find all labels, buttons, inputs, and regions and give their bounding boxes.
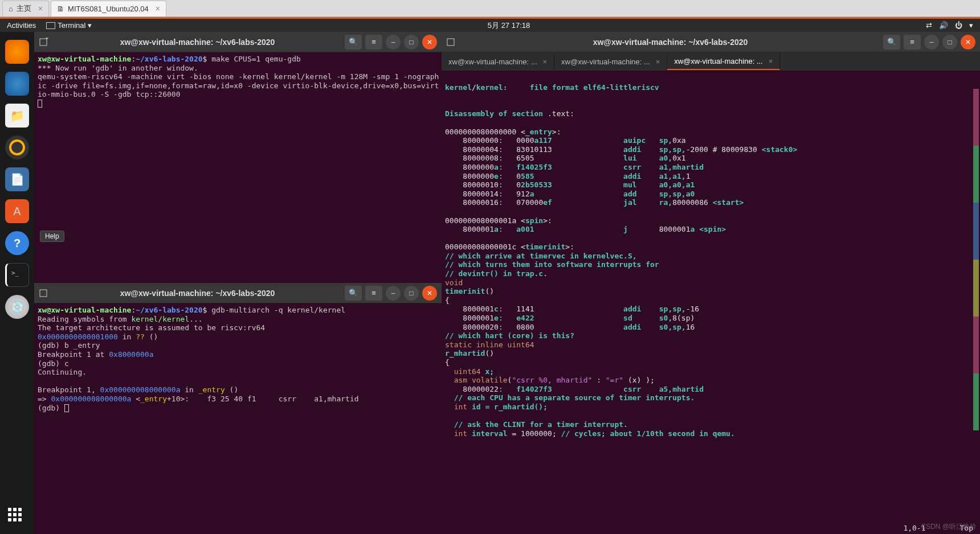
maximize-button[interactable]: □ xyxy=(404,286,419,301)
thunderbird-icon[interactable] xyxy=(5,72,29,96)
libreoffice-writer-icon[interactable]: 📄 xyxy=(5,167,29,191)
chevron-down-icon[interactable]: ▾ xyxy=(969,21,973,30)
search-button[interactable]: 🔍 xyxy=(345,286,362,301)
window-title: xw@xw-virtual-machine: ~/xv6-labs-2020 xyxy=(461,38,880,47)
cursor xyxy=(38,100,42,108)
close-button[interactable]: ✕ xyxy=(422,286,437,301)
new-tab-button[interactable] xyxy=(34,289,54,298)
show-applications-button[interactable] xyxy=(8,508,26,526)
gnome-top-bar: Activities Terminal ▾ 5月 27 17:18 ⇄ 🔊 ⏻ … xyxy=(0,17,980,32)
network-icon[interactable]: ⇄ xyxy=(926,21,932,30)
disc-icon[interactable]: 💿 xyxy=(5,295,29,319)
watermark: CSDN @听江晚吟 xyxy=(921,522,977,532)
close-icon[interactable]: × xyxy=(38,4,43,13)
ubuntu-dock: 📁 📄 A ? 💿 xyxy=(0,32,34,534)
activities-button[interactable]: Activities xyxy=(7,21,36,30)
tab-label: MIT6S081_Ubuntu20.04 xyxy=(68,5,149,13)
svg-rect-1 xyxy=(40,290,47,297)
cursor xyxy=(64,404,69,412)
maximize-button[interactable]: □ xyxy=(942,35,957,50)
search-button[interactable]: 🔍 xyxy=(345,35,362,50)
files-icon[interactable]: 📁 xyxy=(5,104,29,128)
terminal-tabs: xw@xw-virtual-machine: ...× xw@xw-virtua… xyxy=(442,52,980,71)
svg-rect-0 xyxy=(40,39,47,46)
maximize-button[interactable]: □ xyxy=(404,35,419,50)
rhythmbox-icon[interactable] xyxy=(5,135,29,159)
terminal1-titlebar: xw@xw-virtual-machine: ~/xv6-labs-2020 🔍… xyxy=(34,32,442,52)
volume-icon[interactable]: 🔊 xyxy=(939,21,948,30)
window-title: xw@xw-virtual-machine: ~/xv6-labs-2020 xyxy=(54,38,341,47)
terminal-icon[interactable] xyxy=(5,263,29,287)
browser-tab-home[interactable]: ⌂ 主页 × xyxy=(2,1,49,17)
hamburger-menu-button[interactable]: ≡ xyxy=(365,286,382,301)
new-tab-button[interactable] xyxy=(34,38,54,47)
minimize-button[interactable]: – xyxy=(386,35,401,50)
page-icon: 🗎 xyxy=(57,5,64,13)
close-icon[interactable]: × xyxy=(156,4,160,13)
close-button[interactable]: ✕ xyxy=(961,35,975,50)
minimap-overview[interactable] xyxy=(973,89,979,430)
terminal-tab-1[interactable]: xw@xw-virtual-machine: ...× xyxy=(442,54,554,69)
firefox-icon[interactable] xyxy=(5,40,29,64)
ubuntu-software-icon[interactable]: A xyxy=(5,199,29,223)
svg-rect-2 xyxy=(447,39,454,46)
tab-label: 主页 xyxy=(17,3,31,14)
clock[interactable]: 5月 27 17:18 xyxy=(92,20,926,31)
terminal3-body[interactable]: kernel/kernel: file format elf64-littler… xyxy=(442,71,980,534)
home-icon: ⌂ xyxy=(9,5,13,13)
browser-tab-vm[interactable]: 🗎 MIT6S081_Ubuntu20.04 × xyxy=(51,1,166,17)
terminal2-titlebar: xw@xw-virtual-machine: ~/xv6-labs-2020 🔍… xyxy=(34,283,442,303)
window-title: xw@xw-virtual-machine: ~/xv6-labs-2020 xyxy=(54,289,341,298)
minimize-button[interactable]: – xyxy=(924,35,939,50)
terminal-tab-3[interactable]: xw@xw-virtual-machine: ...× xyxy=(667,54,780,70)
close-icon[interactable]: × xyxy=(543,57,548,66)
close-icon[interactable]: × xyxy=(769,57,773,65)
help-icon[interactable]: ? xyxy=(5,231,29,255)
help-tooltip: Help xyxy=(40,231,64,242)
search-button[interactable]: 🔍 xyxy=(883,35,900,50)
hamburger-menu-button[interactable]: ≡ xyxy=(904,35,921,50)
browser-tab-strip: ⌂ 主页 × 🗎 MIT6S081_Ubuntu20.04 × xyxy=(0,0,980,17)
power-icon[interactable]: ⏻ xyxy=(955,21,962,30)
hamburger-menu-button[interactable]: ≡ xyxy=(365,35,382,50)
terminal-tab-2[interactable]: xw@xw-virtual-machine: ...× xyxy=(554,54,667,69)
terminal3-titlebar: xw@xw-virtual-machine: ~/xv6-labs-2020 🔍… xyxy=(442,32,980,52)
terminal-app-menu[interactable]: Terminal ▾ xyxy=(46,21,92,30)
close-button[interactable]: ✕ xyxy=(422,35,437,50)
new-tab-button[interactable] xyxy=(442,38,461,47)
minimize-button[interactable]: – xyxy=(386,286,401,301)
terminal2-body[interactable]: xw@xw-virtual-machine:~/xv6-labs-2020$ g… xyxy=(34,303,442,534)
terminal1-body[interactable]: xw@xw-virtual-machine:~/xv6-labs-2020$ m… xyxy=(34,52,442,283)
close-icon[interactable]: × xyxy=(656,57,660,66)
